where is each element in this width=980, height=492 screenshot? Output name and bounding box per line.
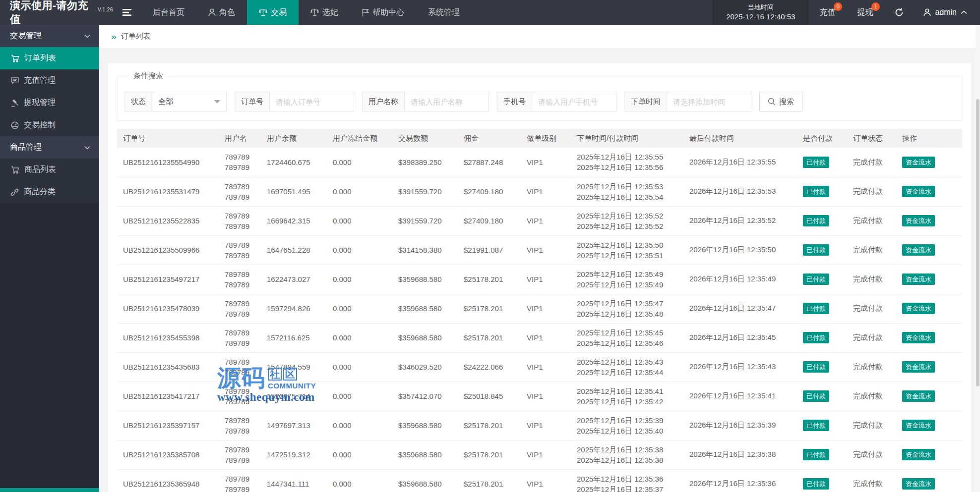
scrollbar-thumb[interactable] [976, 99, 980, 386]
sidebar-toggle-button[interactable] [113, 0, 141, 25]
username-label: 用户名称 [362, 92, 405, 111]
commission-cell: $25178.201 [458, 411, 521, 440]
phone-filter-group: 手机号 [497, 92, 616, 111]
balance-cell: 1572116.625 [261, 323, 327, 352]
order-row: UB2512161235522835 789789 789789 1669642… [117, 206, 962, 235]
sidebar-group-product-management[interactable]: 商品管理 [0, 136, 99, 159]
frozen-cell: 0.000 [327, 294, 392, 323]
user-menu[interactable]: admin [915, 0, 980, 25]
refresh-button[interactable] [884, 0, 915, 25]
nav-item-concubine[interactable]: 选妃 [299, 0, 350, 25]
level-cell: VIP1 [521, 382, 571, 411]
col-level: 做单级别 [521, 129, 571, 148]
fund-flow-button[interactable]: 资金流水 [902, 332, 935, 343]
nav-item-role[interactable]: 角色 [196, 0, 247, 25]
nav-label: 系统管理 [428, 7, 460, 18]
header-spacer [472, 0, 713, 25]
fund-flow-button[interactable]: 资金流水 [902, 390, 935, 402]
paid-badge: 已付款 [803, 390, 829, 402]
last-pay-time-cell: 2026年12月16日 12:35:55 [683, 148, 797, 177]
phone-input[interactable] [532, 92, 616, 111]
order-no-input[interactable] [270, 92, 354, 111]
order-time-cell: 2025年12月16日 12:35:45 2025年12月16日 12:35:4… [571, 323, 683, 352]
frozen-cell: 0.000 [327, 382, 392, 411]
chevron-up-icon [961, 10, 967, 14]
amount-cell: $359688.580 [392, 294, 458, 323]
commission-cell: $21991.087 [458, 235, 521, 265]
scrollbar-track[interactable] [976, 25, 980, 492]
fund-flow-button[interactable]: 资金流水 [902, 361, 935, 373]
frozen-cell: 0.000 [327, 177, 392, 206]
action-cell: 资金流水 [896, 411, 962, 440]
order-time-filter-group: 下单时间 [624, 92, 751, 111]
paid-cell: 已付款 [797, 206, 847, 235]
amount-cell: $359688.580 [392, 265, 458, 294]
order-time-label: 下单时间 [624, 92, 667, 111]
order-time-input[interactable] [667, 92, 751, 111]
username-cell: 789789 789789 [219, 148, 261, 177]
nav-item-help-center[interactable]: 帮助中心 [350, 0, 416, 25]
fund-flow-button[interactable]: 资金流水 [902, 157, 935, 168]
fund-flow-button[interactable]: 资金流水 [902, 244, 935, 256]
username-input[interactable] [405, 92, 489, 111]
last-pay-time-cell: 2026年12月16日 12:35:45 [683, 323, 797, 352]
order-status-cell: 完成付款 [847, 294, 896, 323]
order-no-label: 订单号 [235, 92, 270, 111]
status-select[interactable]: 全部 [152, 92, 227, 111]
amount-cell: $359688.580 [392, 469, 458, 492]
col-order-time: 下单时间/付款时间 [571, 129, 683, 148]
fund-flow-button[interactable]: 资金流水 [902, 273, 935, 285]
order-row: UB2512161235554990 789789 789789 1724460… [117, 148, 962, 177]
paid-badge: 已付款 [803, 186, 829, 197]
search-button[interactable]: 搜索 [759, 92, 802, 111]
order-time-cell: 2025年12月16日 12:35:41 2025年12月16日 12:35:4… [571, 382, 683, 411]
fund-flow-button[interactable]: 资金流水 [902, 303, 935, 314]
link-icon [11, 188, 19, 196]
fund-flow-button[interactable]: 资金流水 [902, 215, 935, 226]
sidebar-item-withdraw-management[interactable]: 提现管理 [0, 92, 99, 114]
sidebar-group-trade-management[interactable]: 交易管理 [0, 25, 99, 47]
paid-badge: 已付款 [803, 244, 829, 256]
order-time-cell: 2025年12月16日 12:35:49 2025年12月16日 12:35:4… [571, 265, 683, 294]
fund-flow-button[interactable]: 资金流水 [902, 420, 935, 431]
sidebar-item-recharge-management[interactable]: 充值管理 [0, 69, 99, 92]
amount-cell: $391559.720 [392, 177, 458, 206]
withdraw-button[interactable]: 提现 1 [846, 0, 884, 25]
sidebar-item-trade-control[interactable]: 交易控制 [0, 114, 99, 136]
level-cell: VIP1 [521, 265, 571, 294]
col-frozen: 用户冻结金额 [327, 129, 392, 148]
fund-flow-button[interactable]: 资金流水 [902, 478, 935, 490]
order-time-cell: 2025年12月16日 12:35:52 2025年12月16日 12:35:5… [571, 206, 683, 235]
nav-item-trade[interactable]: 交易 [247, 0, 299, 25]
paid-badge: 已付款 [803, 157, 829, 168]
order-no-cell: UB2512161235385708 [117, 440, 219, 469]
commission-cell: $27409.180 [458, 206, 521, 235]
level-cell: VIP1 [521, 323, 571, 352]
order-row: UB2512161235455398 789789 789789 1572116… [117, 323, 962, 352]
commission-cell: $27887.248 [458, 148, 521, 177]
sidebar-item-product-category[interactable]: 商品分类 [0, 181, 99, 203]
fund-flow-button[interactable]: 资金流水 [902, 186, 935, 197]
balance-cell: 1522875.714 [261, 382, 327, 411]
paid-badge: 已付款 [803, 215, 829, 226]
level-cell: VIP1 [521, 440, 571, 469]
order-no-cell: UB2512161235554990 [117, 148, 219, 177]
search-form: 状态 全部 订单号 用户名称 [124, 92, 955, 111]
balance-cell: 1497697.313 [261, 411, 327, 440]
order-no-cell: UB2512161235417217 [117, 382, 219, 411]
top-navbar: 演示使用-请勿充值 V.1.26 后台首页 角色 交易 [0, 0, 980, 25]
action-cell: 资金流水 [896, 177, 962, 206]
sidebar-item-label: 订单列表 [24, 53, 56, 63]
frozen-cell: 0.000 [327, 411, 392, 440]
nav-item-dashboard[interactable]: 后台首页 [141, 0, 196, 25]
sidebar-item-product-list[interactable]: 商品列表 [0, 159, 99, 181]
phone-label: 手机号 [497, 92, 532, 111]
nav-item-system[interactable]: 系统管理 [416, 0, 472, 25]
last-pay-time-cell: 2026年12月16日 12:35:53 [683, 177, 797, 206]
sidebar-item-order-list[interactable]: 订单列表 [0, 47, 99, 69]
balance-cell: 1472519.312 [261, 440, 327, 469]
brand: 演示使用-请勿充值 V.1.26 [0, 0, 113, 25]
fund-flow-button[interactable]: 资金流水 [902, 449, 935, 460]
order-time-cell: 2025年12月16日 12:35:36 2025年12月16日 12:35:3… [571, 469, 683, 492]
recharge-button[interactable]: 充值 0 [808, 0, 846, 25]
